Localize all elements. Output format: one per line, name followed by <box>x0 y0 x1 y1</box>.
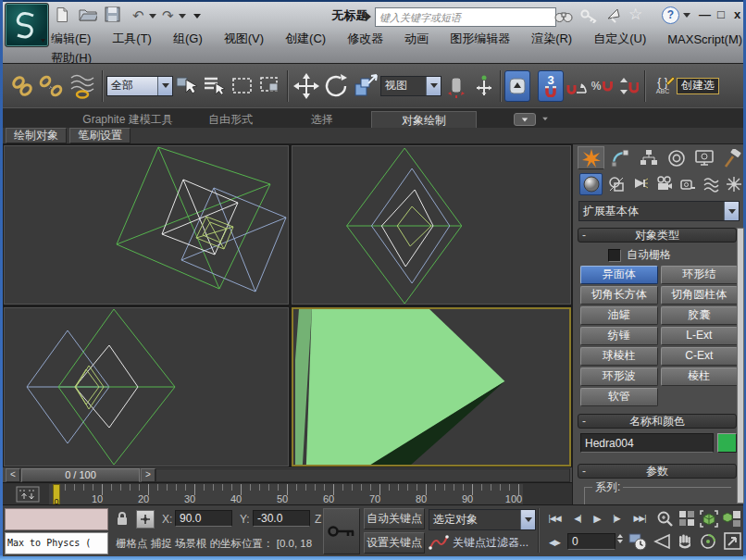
maxscript-mini-listener-pink[interactable] <box>5 508 108 530</box>
zoom-extents-all-icon[interactable] <box>723 510 741 530</box>
select-and-manipulate-icon[interactable] <box>471 69 497 103</box>
tab-utilities[interactable] <box>718 146 745 169</box>
time-slider-track[interactable] <box>155 468 570 482</box>
maximize-button[interactable]: □ <box>717 7 725 21</box>
communication-satellite-icon[interactable] <box>605 7 622 26</box>
tab-motion[interactable] <box>663 146 690 169</box>
ribbon-options-icon[interactable] <box>542 118 548 121</box>
snap-toggle-3d-button[interactable]: 3 <box>538 70 564 102</box>
track-bar-ruler[interactable]: 0 10 20 30 40 50 60 70 80 90 100 <box>49 484 523 504</box>
unlink-selection-icon[interactable] <box>36 69 66 103</box>
y-coordinate-field[interactable] <box>253 510 310 527</box>
default-tangent-icon[interactable] <box>429 533 449 553</box>
viewport-left[interactable] <box>4 307 289 467</box>
search-binoculars-icon[interactable] <box>554 9 573 26</box>
keyboard-shortcut-override-button[interactable] <box>504 70 530 102</box>
time-slider-prev-button[interactable]: < <box>6 468 20 482</box>
time-slider-next-button[interactable]: > <box>141 468 155 482</box>
tab-space-warps[interactable] <box>699 173 722 195</box>
button-l-ext[interactable]: L-Ext <box>661 327 739 345</box>
set-key-button[interactable]: 设置关键点 <box>364 532 425 554</box>
button-hose[interactable]: 软管 <box>580 388 658 406</box>
toolbar-overflow-icon[interactable] <box>193 14 201 19</box>
new-file-button[interactable] <box>54 6 70 26</box>
button-prism[interactable]: 棱柱 <box>661 367 739 386</box>
time-configuration-icon[interactable] <box>628 532 647 554</box>
tab-hierarchy[interactable] <box>635 146 662 169</box>
viewport-perspective-active[interactable] <box>292 307 571 467</box>
zoom-extents-icon[interactable] <box>700 510 718 530</box>
undo-icon[interactable]: ↶ <box>132 7 144 24</box>
named-selection-set-field[interactable] <box>677 78 719 94</box>
menu-edit[interactable]: 编辑(E) <box>51 31 91 47</box>
undo-dropdown-icon[interactable] <box>149 14 156 19</box>
menu-rendering[interactable]: 渲染(R) <box>531 31 572 47</box>
pan-hand-icon[interactable] <box>677 532 693 553</box>
reference-coordinate-dropdown[interactable]: 视图 <box>380 76 441 96</box>
object-name-field[interactable] <box>580 433 714 453</box>
maxscript-mini-listener-white[interactable]: Max to Physcs ( <box>5 532 108 554</box>
key-scope-dropdown[interactable]: 选定对象 <box>429 509 536 530</box>
spinner-snap-icon[interactable] <box>615 69 641 103</box>
help-dropdown-icon[interactable] <box>683 13 690 18</box>
favorites-star-icon[interactable]: ☆ <box>628 5 642 24</box>
ribbon-tab-object-paint[interactable]: 对象绘制 <box>371 111 477 129</box>
select-by-name-icon[interactable] <box>201 69 229 103</box>
button-hedra[interactable]: 异面体 <box>580 266 658 284</box>
ribbon-tab-selection[interactable]: 选择 <box>280 111 364 128</box>
menu-maxscript[interactable]: MAXScript(M) <box>667 32 742 46</box>
help-icon[interactable]: ? <box>662 6 679 24</box>
go-to-start-button[interactable]: |◀◀ <box>543 508 566 529</box>
rollout-parameters[interactable]: - 参数 <box>578 464 737 479</box>
open-mini-curve-editor-icon[interactable] <box>16 486 40 505</box>
rectangular-selection-region-icon[interactable] <box>229 69 256 103</box>
use-pivot-center-icon[interactable] <box>441 69 471 103</box>
menu-views[interactable]: 视图(V) <box>224 31 264 47</box>
next-frame-button[interactable]: |▶ <box>608 508 625 529</box>
percent-snap-icon[interactable]: % <box>590 69 615 103</box>
tab-geometry[interactable] <box>579 173 603 195</box>
select-and-scale-icon[interactable] <box>351 69 380 103</box>
ribbon-panel-brush-settings[interactable]: 笔刷设置 <box>69 128 131 143</box>
zoom-all-icon[interactable] <box>678 510 695 529</box>
autogrid-checkbox[interactable] <box>608 249 621 262</box>
select-and-move-icon[interactable] <box>292 69 321 103</box>
bind-to-space-warp-icon[interactable] <box>66 69 99 103</box>
maximize-viewport-toggle-icon[interactable] <box>724 532 741 553</box>
previous-frame-button[interactable]: ◀| <box>569 508 586 529</box>
viewport-top[interactable] <box>4 145 289 305</box>
button-spindle[interactable]: 纺锤 <box>580 327 658 345</box>
selection-lock-icon[interactable] <box>116 511 129 529</box>
license-key-icon[interactable] <box>580 8 598 26</box>
x-coordinate-field[interactable] <box>175 510 232 527</box>
tab-display[interactable] <box>690 146 717 169</box>
menu-modifiers[interactable]: 修改器 <box>347 31 383 47</box>
button-oiltank[interactable]: 油罐 <box>580 306 658 325</box>
menu-animation[interactable]: 动画 <box>404 31 429 47</box>
key-mode-icon[interactable]: ◀▶ <box>543 532 566 553</box>
selection-filter-dropdown[interactable]: 全部 <box>106 76 173 96</box>
menu-customize[interactable]: 自定义(U) <box>593 31 646 47</box>
key-filters-button[interactable]: 关键点过滤器... <box>453 533 534 553</box>
open-file-button[interactable] <box>79 7 97 25</box>
auto-key-button[interactable]: 自动关键点 <box>364 508 425 529</box>
menu-tools[interactable]: 工具(T) <box>112 31 152 47</box>
orbit-icon[interactable] <box>699 532 717 554</box>
play-button[interactable]: ▶ <box>590 508 604 529</box>
menu-create[interactable]: 创建(C) <box>285 31 326 47</box>
field-of-view-icon[interactable] <box>653 533 672 553</box>
time-slider-handle[interactable]: 0 / 100 <box>21 468 140 482</box>
button-torus-knot[interactable]: 环形结 <box>661 266 739 284</box>
minimize-button[interactable]: — <box>699 7 711 21</box>
viewport-front[interactable] <box>292 145 571 305</box>
tab-shapes[interactable] <box>604 173 628 195</box>
button-ringwave[interactable]: 环形波 <box>580 367 658 386</box>
rollout-name-color[interactable]: - 名称和颜色 <box>578 414 737 429</box>
select-and-rotate-icon[interactable] <box>321 69 351 103</box>
frame-spinner[interactable] <box>617 534 623 543</box>
redo-dropdown-icon[interactable] <box>179 14 186 19</box>
ribbon-tab-freeform[interactable]: 自由形式 <box>184 111 277 128</box>
angle-snap-icon[interactable] <box>564 69 590 103</box>
tab-create[interactable] <box>578 146 604 169</box>
rollout-object-type[interactable]: - 对象类型 <box>578 228 737 243</box>
